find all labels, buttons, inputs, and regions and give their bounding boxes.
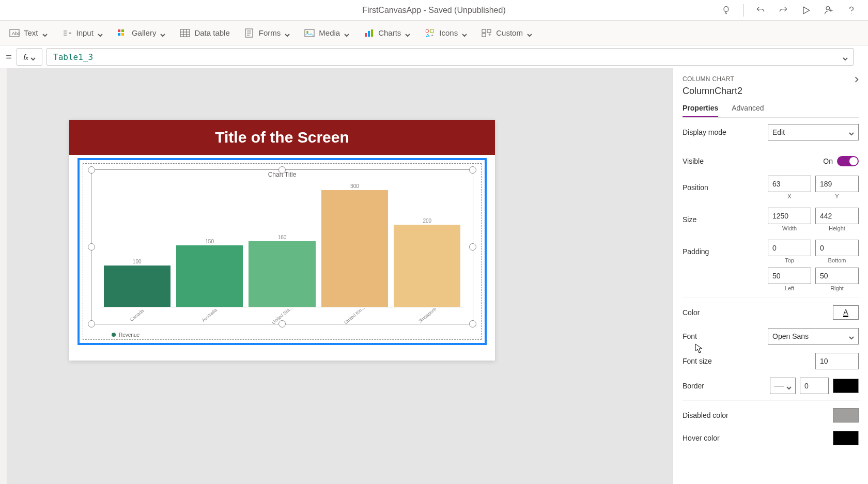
- chart-plot: 100150160300200 CanadaAustraliaUnited St…: [101, 183, 463, 322]
- bar: 150: [173, 183, 245, 307]
- screen-card: Title of the Screen Chart Title 10015016…: [69, 120, 495, 361]
- display-mode-select[interactable]: Edit: [768, 124, 859, 140]
- gallery-menu[interactable]: Gallery: [117, 28, 166, 38]
- resize-handle[interactable]: [469, 166, 476, 174]
- svg-rect-5: [118, 29, 120, 32]
- charts-menu[interactable]: Charts: [364, 28, 410, 38]
- screen-title: Title of the Screen: [69, 120, 495, 155]
- visible-value: On: [823, 157, 833, 165]
- control-name: ColumnChart2: [683, 86, 859, 97]
- left-rail: [0, 68, 7, 484]
- chart-selection[interactable]: Chart Title 100150160300200 CanadaAustra…: [78, 158, 487, 345]
- fx-dropdown[interactable]: fx: [17, 48, 42, 66]
- input-menu[interactable]: Input: [62, 28, 103, 38]
- svg-text:+: +: [431, 33, 433, 38]
- svg-rect-21: [482, 34, 486, 37]
- svg-point-16: [426, 29, 429, 33]
- svg-rect-19: [482, 29, 486, 33]
- size-label: Size: [683, 215, 768, 224]
- formula-bar: = fx Table1_3: [0, 45, 868, 68]
- resize-handle[interactable]: [88, 243, 95, 251]
- border-width-input[interactable]: [800, 378, 829, 394]
- forms-menu[interactable]: Forms: [244, 28, 290, 38]
- svg-rect-7: [118, 33, 120, 36]
- share-icon[interactable]: [823, 4, 835, 17]
- legend-label: Revenue: [119, 332, 140, 338]
- bar: 160: [246, 183, 318, 307]
- svg-rect-13: [365, 33, 367, 37]
- chevron-right-icon[interactable]: [854, 76, 859, 82]
- help-icon[interactable]: [845, 4, 858, 17]
- svg-rect-9: [180, 29, 190, 37]
- padding-bottom-input[interactable]: [815, 240, 859, 256]
- bar: 100: [101, 183, 173, 307]
- border-color-swatch[interactable]: [833, 379, 859, 393]
- border-label: Border: [683, 382, 770, 390]
- display-mode-label: Display mode: [683, 128, 768, 136]
- chart-control[interactable]: Chart Title 100150160300200 CanadaAustra…: [91, 169, 473, 324]
- svg-rect-17: [430, 29, 433, 33]
- fontsize-label: Font size: [683, 357, 815, 365]
- visible-toggle[interactable]: [837, 156, 859, 166]
- media-menu[interactable]: Media: [304, 28, 349, 38]
- visible-label: Visible: [683, 157, 823, 165]
- redo-icon[interactable]: [777, 4, 789, 17]
- title-bar: FirstCanvasApp - Saved (Unpublished): [0, 0, 868, 21]
- undo-icon[interactable]: [754, 4, 767, 17]
- hover-color-swatch[interactable]: [833, 431, 859, 445]
- chart-legend: Revenue: [91, 330, 473, 340]
- equals-label: =: [5, 51, 12, 63]
- color-picker[interactable]: A: [833, 305, 859, 320]
- font-select[interactable]: Open Sans: [768, 328, 859, 345]
- svg-text:Abc: Abc: [12, 31, 20, 36]
- svg-point-0: [826, 6, 830, 10]
- font-label: Font: [683, 332, 768, 340]
- expand-formula-icon[interactable]: [843, 54, 848, 59]
- svg-rect-6: [121, 29, 124, 32]
- svg-rect-14: [368, 31, 370, 37]
- border-style-select[interactable]: [770, 378, 796, 394]
- padding-right-input[interactable]: [815, 268, 859, 284]
- size-width-input[interactable]: [768, 208, 811, 224]
- resize-handle[interactable]: [278, 320, 286, 327]
- svg-point-4: [70, 33, 71, 34]
- separator: [743, 4, 744, 17]
- insert-ribbon: AbcText Input Gallery Data table Forms M…: [0, 21, 868, 45]
- position-y-input[interactable]: [815, 176, 859, 192]
- bar: 200: [391, 183, 463, 307]
- fontsize-input[interactable]: [815, 353, 859, 369]
- svg-point-3: [69, 33, 70, 34]
- svg-rect-8: [121, 33, 124, 36]
- control-type-label: COLUMN CHART: [683, 75, 859, 83]
- disabled-color-swatch[interactable]: [833, 408, 859, 423]
- size-height-input[interactable]: [815, 208, 859, 224]
- resize-handle[interactable]: [88, 166, 95, 174]
- custom-menu[interactable]: +Custom: [482, 28, 532, 38]
- tab-advanced[interactable]: Advanced: [732, 104, 764, 117]
- datatable-menu[interactable]: Data table: [180, 28, 229, 38]
- position-x-input[interactable]: [768, 176, 811, 192]
- health-icon[interactable]: [721, 4, 733, 17]
- icons-menu[interactable]: +Icons: [425, 28, 467, 38]
- legend-dot-icon: [112, 333, 116, 337]
- hover-color-label: Hover color: [683, 434, 833, 442]
- resize-handle[interactable]: [88, 320, 95, 327]
- resize-handle[interactable]: [278, 166, 286, 174]
- tab-properties[interactable]: Properties: [683, 104, 718, 117]
- formula-input[interactable]: Table1_3: [47, 48, 854, 66]
- svg-text:+: +: [488, 32, 491, 38]
- resize-handle[interactable]: [469, 243, 476, 251]
- position-label: Position: [683, 183, 768, 192]
- text-menu[interactable]: AbcText: [9, 28, 48, 38]
- padding-left-input[interactable]: [768, 268, 811, 284]
- properties-panel: COLUMN CHART ColumnChart2 Properties Adv…: [673, 68, 868, 484]
- canvas-area[interactable]: Title of the Screen Chart Title 10015016…: [7, 68, 673, 484]
- padding-label: Padding: [683, 247, 768, 256]
- disabled-color-label: Disabled color: [683, 411, 833, 419]
- svg-rect-15: [371, 29, 373, 37]
- padding-top-input[interactable]: [768, 240, 811, 256]
- play-icon[interactable]: [800, 4, 812, 17]
- bar: 300: [318, 183, 391, 307]
- resize-handle[interactable]: [469, 320, 476, 327]
- color-label: Color: [683, 308, 833, 317]
